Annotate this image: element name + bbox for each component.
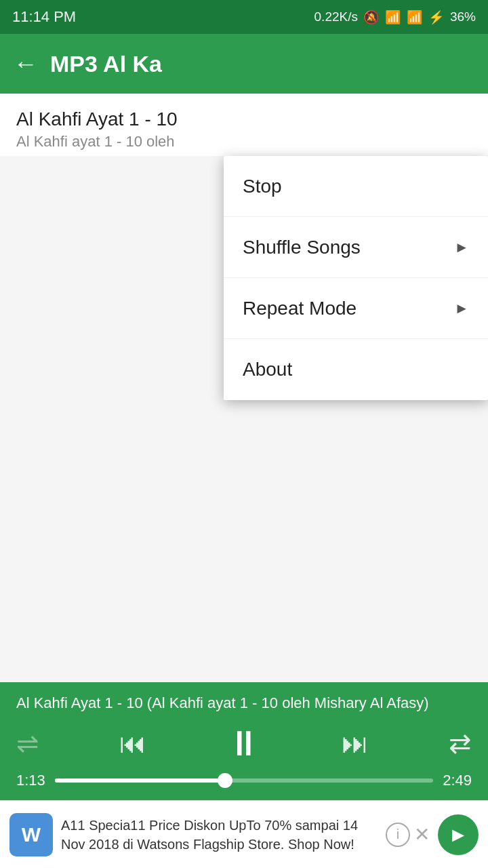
ad-icons: i ✕ bbox=[386, 823, 430, 847]
app-bar: ← MP3 Al Ka bbox=[0, 34, 488, 94]
menu-item-repeat[interactable]: Repeat Mode ► bbox=[224, 278, 488, 339]
ad-banner[interactable]: W A11 Specia11 Price Diskon UpTo 70% sam… bbox=[0, 800, 488, 868]
song-subtitle: Al Kahfi ayat 1 - 10 oleh bbox=[16, 133, 472, 151]
current-time: 1:13 bbox=[16, 772, 45, 789]
main-content: Stop Shuffle Songs ► Repeat Mode ► About bbox=[0, 156, 488, 726]
back-button[interactable]: ← bbox=[14, 50, 38, 78]
dropdown-overlay: Stop Shuffle Songs ► Repeat Mode ► About bbox=[0, 156, 488, 726]
status-right: 0.22K/s 🔕 📶 📶 ⚡ 36% bbox=[314, 9, 476, 25]
menu-item-stop[interactable]: Stop bbox=[224, 156, 488, 217]
ad-text: A11 Specia11 Price Diskon UpTo 70% sampa… bbox=[61, 816, 378, 854]
menu-item-repeat-label: Repeat Mode bbox=[243, 298, 357, 319]
song-item[interactable]: Al Kahfi Ayat 1 - 10 Al Kahfi ayat 1 - 1… bbox=[0, 94, 488, 156]
time-row: 1:13 2:49 bbox=[16, 772, 472, 789]
ad-logo-letter: W bbox=[22, 823, 41, 846]
previous-button[interactable]: ⏮ bbox=[119, 728, 146, 759]
shuffle-arrow-icon: ► bbox=[454, 239, 469, 256]
progress-bar[interactable] bbox=[55, 778, 433, 783]
repeat-button[interactable]: ⇄ bbox=[449, 728, 472, 759]
signal-icon: 📶 bbox=[407, 9, 423, 25]
status-bar: 11:14 PM 0.22K/s 🔕 📶 📶 ⚡ 36% bbox=[0, 0, 488, 34]
wifi-icon: 📶 bbox=[385, 9, 401, 25]
network-speed: 0.22K/s bbox=[314, 9, 358, 24]
progress-thumb[interactable] bbox=[218, 773, 232, 788]
menu-item-about[interactable]: About bbox=[224, 339, 488, 400]
play-pause-button[interactable]: ⏸ bbox=[226, 723, 262, 764]
battery-level: 36% bbox=[450, 9, 476, 24]
ad-next-button[interactable]: ► bbox=[438, 814, 479, 855]
ad-info-button[interactable]: i bbox=[386, 823, 410, 847]
player-controls: ⇌ ⏮ ⏸ ⏭ ⇄ bbox=[16, 723, 472, 764]
progress-fill bbox=[55, 778, 225, 783]
time-display: 11:14 PM bbox=[12, 8, 76, 26]
ad-logo: W bbox=[9, 813, 53, 856]
total-time: 2:49 bbox=[443, 772, 472, 789]
menu-item-shuffle[interactable]: Shuffle Songs ► bbox=[224, 217, 488, 278]
app-title: MP3 Al Ka bbox=[50, 51, 474, 77]
shuffle-button[interactable]: ⇌ bbox=[16, 728, 39, 759]
menu-item-about-label: About bbox=[243, 359, 292, 380]
mute-icon: 🔕 bbox=[363, 9, 380, 25]
repeat-arrow-icon: ► bbox=[454, 300, 469, 317]
next-button[interactable]: ⏭ bbox=[342, 728, 369, 759]
menu-item-shuffle-label: Shuffle Songs bbox=[243, 237, 361, 258]
song-title: Al Kahfi Ayat 1 - 10 bbox=[16, 108, 472, 130]
dropdown-menu: Stop Shuffle Songs ► Repeat Mode ► About bbox=[224, 156, 488, 400]
menu-item-stop-label: Stop bbox=[243, 176, 282, 197]
battery-icon: ⚡ bbox=[428, 9, 445, 25]
ad-close-button[interactable]: ✕ bbox=[414, 823, 430, 846]
